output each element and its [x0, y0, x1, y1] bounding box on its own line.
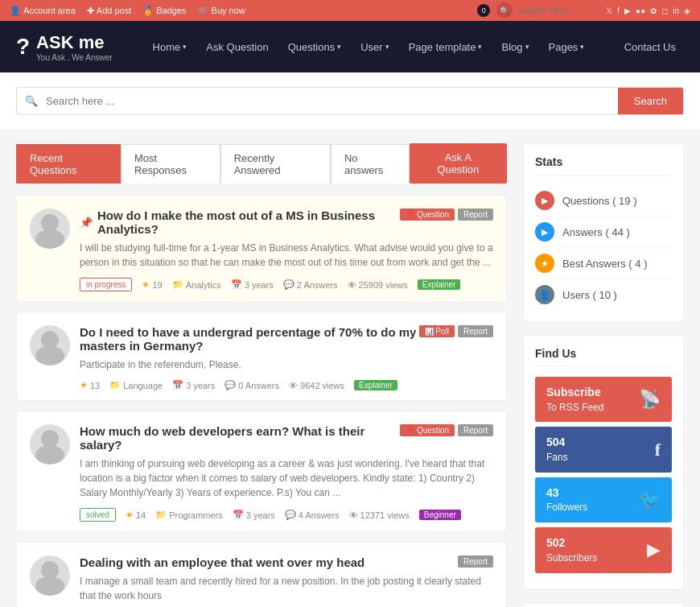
add-post-link[interactable]: ✚ Add post — [87, 6, 131, 16]
badge-report-1[interactable]: Report — [458, 209, 493, 221]
find-us-title: Find Us — [535, 347, 672, 367]
star-icon-1: ★ — [142, 279, 150, 290]
question-excerpt-4: I manage a small team and recently hired… — [80, 574, 493, 603]
content-area: Recent Questions Most Responses Recently… — [16, 143, 507, 607]
flickr-icon-top[interactable]: ●● — [636, 6, 645, 15]
answers-2: 💬 0 Answers — [224, 380, 279, 390]
badge-icon: 🏅 — [142, 6, 154, 16]
nav-ask-question[interactable]: Ask Question — [198, 35, 276, 60]
nav-contact[interactable]: Contact Us — [616, 35, 684, 60]
main-container: Recent Questions Most Responses Recently… — [0, 130, 700, 607]
ask-question-button[interactable]: Ask A Question — [410, 143, 507, 184]
linkedin-icon-top[interactable]: in — [673, 6, 679, 15]
logo[interactable]: ? ASK me You Ask . We Answer — [16, 32, 113, 62]
comment-icon-1: 💬 — [283, 279, 294, 290]
badge-report-4[interactable]: Report — [458, 555, 493, 568]
folder-icon-3: 📁 — [155, 510, 167, 520]
social-youtube[interactable]: 502 Subscribers ▶ — [535, 527, 672, 572]
logo-title: ASK me — [36, 32, 113, 53]
nav-blog[interactable]: Blog ▾ — [493, 35, 537, 60]
account-area-link[interactable]: 👤 Account area — [10, 6, 76, 16]
social-twitter[interactable]: 43 Followers 🐦 — [535, 477, 672, 522]
badges-link[interactable]: 🏅 Badges — [142, 6, 186, 16]
tabs-row: Recent Questions Most Responses Recently… — [16, 143, 507, 184]
vine-icon-top[interactable]: ✿ — [650, 6, 657, 15]
search-button[interactable]: Search — [618, 88, 683, 114]
facebook-icon-top[interactable]: f — [617, 6, 620, 15]
tab-recently-answered[interactable]: Recently Answered — [220, 144, 331, 184]
tag-2: Explainer — [354, 380, 397, 390]
nav-home[interactable]: Home ▾ — [145, 35, 196, 60]
category-3: 📁 Programmers — [155, 510, 223, 520]
badge-question-1[interactable]: ❓ Question — [400, 209, 455, 221]
badge-poll-2[interactable]: 📊 Poll — [419, 325, 455, 337]
avatar-3 — [30, 424, 70, 465]
question-card-1: 📌 How do I make the most out of a MS in … — [16, 195, 507, 302]
stat-questions[interactable]: ▶ Questions ( 19 ) — [535, 185, 672, 217]
nav-user[interactable]: User ▾ — [352, 35, 397, 60]
pin-icon-1: 📌 — [80, 217, 93, 229]
badge-report-2[interactable]: Report — [458, 325, 493, 337]
blog-arrow: ▾ — [525, 43, 529, 51]
tab-no-answers[interactable]: No answers — [331, 144, 410, 184]
question-header-1: 📌 How do I make the most out of a MS in … — [80, 209, 493, 236]
svg-point-7 — [35, 576, 64, 596]
badge-question-3[interactable]: ❓ Question — [400, 424, 455, 436]
notification-badge[interactable]: 0 — [477, 4, 490, 17]
social-icons-top: 𝕏 f ▶ ●● ✿ ◻ in ◈ — [606, 6, 690, 15]
nav-page-template[interactable]: Page template ▾ — [401, 35, 491, 60]
buy-now-link[interactable]: 🛒 Buy now — [198, 6, 245, 16]
tab-recent-questions[interactable]: Recent Questions — [16, 144, 121, 184]
stat-answers[interactable]: ▶ Answers ( 44 ) — [535, 217, 672, 248]
question-body-2: Do I need to have a undergrad percentage… — [80, 325, 493, 390]
calendar-icon-2: 📅 — [172, 380, 183, 390]
social-rss[interactable]: Subscribe To RSS Feed 📡 — [535, 377, 672, 422]
stat-icon-questions: ▶ — [535, 191, 554, 210]
youtube-icon-top[interactable]: ▶ — [624, 6, 631, 15]
top-bar-left: 👤 Account area ✚ Add post 🏅 Badges 🛒 Buy… — [10, 6, 245, 16]
badge-report-3[interactable]: Report — [458, 424, 493, 436]
stars-3: ★ 14 — [126, 510, 146, 520]
svg-point-2 — [41, 331, 59, 349]
tabs-group: Recent Questions Most Responses Recently… — [16, 144, 410, 184]
question-body-3: How much do web developers earn? What is… — [80, 424, 493, 522]
question-header-3: How much do web developers earn? What is… — [80, 424, 493, 452]
search-input-top[interactable] — [519, 6, 599, 15]
stat-best-answers[interactable]: ★ Best Answers ( 4 ) — [535, 248, 672, 279]
status-badge-1: in progress — [80, 278, 132, 291]
eye-icon-2: 👁 — [289, 381, 298, 390]
question-title-4[interactable]: Dealing with an employee that went over … — [80, 555, 458, 569]
question-title-2[interactable]: Do I need to have a undergrad percentage… — [80, 325, 419, 353]
status-badge-3: solved — [80, 508, 116, 522]
social-tw-text: 43 Followers — [546, 485, 587, 514]
social-yt-text: 502 Subscribers — [546, 535, 597, 564]
question-title-1[interactable]: 📌 How do I make the most out of a MS in … — [80, 209, 400, 236]
question-title-3[interactable]: How much do web developers earn? What is… — [80, 424, 400, 452]
search-bar: 🔍 Search — [16, 87, 684, 115]
instagram-icon-top[interactable]: ◻ — [661, 6, 668, 15]
nav-bar: ? ASK me You Ask . We Answer Home ▾ Ask … — [0, 21, 700, 72]
tab-most-responses[interactable]: Most Responses — [121, 144, 220, 184]
views-3: 👁 12371 views — [349, 510, 410, 520]
social-facebook[interactable]: 504 Fans f — [535, 427, 672, 472]
category-1: 📁 Analytics — [172, 279, 221, 290]
question-body-4: Dealing with an employee that went over … — [80, 555, 493, 607]
question-badges-1: ❓ Question Report — [400, 209, 493, 221]
question-excerpt-2: Participate in the referendum, Please. — [80, 357, 493, 372]
tag-3: Beginner — [419, 510, 461, 520]
stars-2: ★ 13 — [80, 380, 100, 390]
eye-icon-3: 👁 — [349, 510, 358, 520]
search-input[interactable] — [46, 89, 618, 114]
star-icon-2: ★ — [80, 380, 88, 390]
nav-questions[interactable]: Questions ▾ — [280, 35, 350, 60]
top-bar: 👤 Account area ✚ Add post 🏅 Badges 🛒 Buy… — [0, 0, 700, 21]
svg-point-4 — [41, 430, 59, 448]
questions-arrow: ▾ — [337, 43, 341, 51]
search-icon-top[interactable]: 🔍 — [496, 2, 513, 19]
youtube-icon: ▶ — [647, 539, 661, 560]
svg-point-6 — [41, 561, 59, 579]
nav-pages[interactable]: Pages ▾ — [541, 35, 593, 60]
rss-icon-top[interactable]: ◈ — [684, 6, 690, 15]
stat-users[interactable]: 👤 Users ( 10 ) — [535, 279, 672, 310]
twitter-icon-top[interactable]: 𝕏 — [606, 6, 612, 15]
